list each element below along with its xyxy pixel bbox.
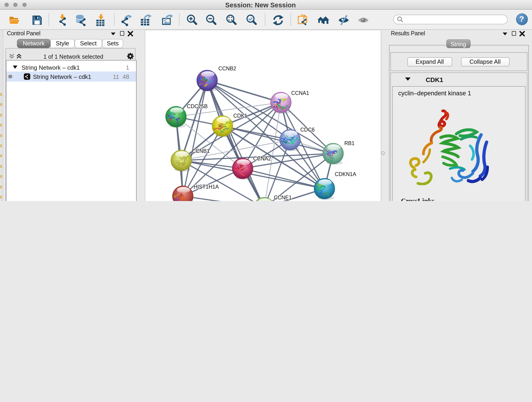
svg-text:CCNE1: CCNE1 [274,195,292,201]
svg-text:HIST1H1A: HIST1H1A [194,184,219,190]
svg-text:CCNB2: CCNB2 [218,65,236,71]
svg-text:CDC25B: CDC25B [187,103,208,109]
svg-text:CCNA1: CCNA1 [291,90,309,96]
svg-text:CDKN1A: CDKN1A [335,171,356,177]
svg-text:CCNB1: CCNB1 [192,148,210,154]
svg-text:CCNA2: CCNA2 [253,156,271,162]
svg-text:CDK1: CDK1 [233,113,247,119]
svg-text:CDC6: CDC6 [300,127,315,133]
svg-text:RB1: RB1 [344,140,355,146]
